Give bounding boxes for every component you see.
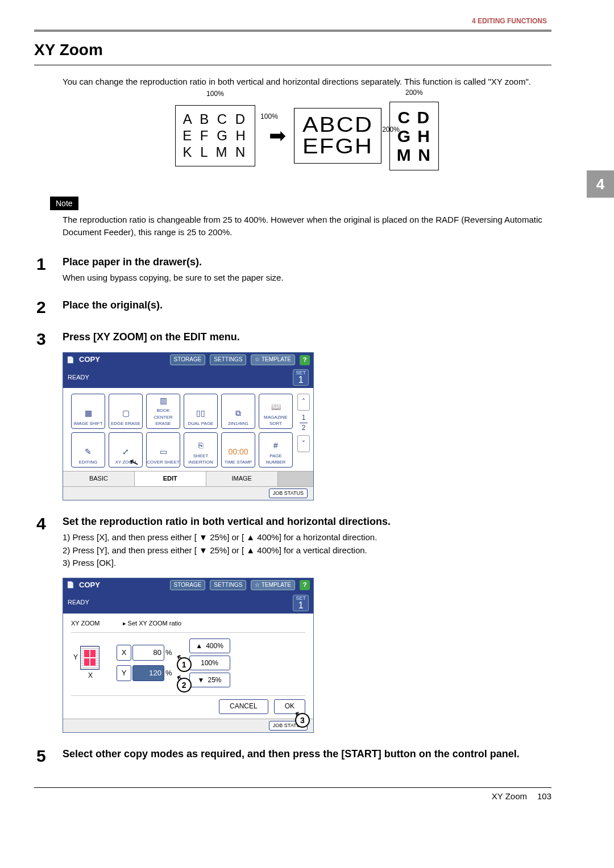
step-4-number: 4 <box>36 514 63 733</box>
status-ready: READY <box>68 598 89 607</box>
magazine-sort-icon: 📖 <box>269 400 283 413</box>
arrow-icon: ➡ <box>269 121 286 151</box>
pct-100-top: 100% <box>206 89 224 99</box>
sheet-insertion-icon: ⎘ <box>194 439 208 452</box>
edit-editing[interactable]: ✎EDITING <box>71 432 105 468</box>
edit-image-shift[interactable]: ▦IMAGE SHIFT <box>71 394 105 429</box>
edit-edge-erase[interactable]: ▢EDGE ERASE <box>109 394 143 429</box>
set-count-badge: SET 1 <box>293 369 309 386</box>
storage-button[interactable]: STORAGE <box>170 580 206 591</box>
note-text: The reproduction ratio is changeable fro… <box>63 214 551 239</box>
page-title: XY Zoom <box>34 41 551 59</box>
page-indicator: 1 2 <box>298 414 309 432</box>
step-4-line-3: 3) Press [OK]. <box>63 557 551 570</box>
footer-section: XY Zoom <box>492 791 527 801</box>
scroll-down-button[interactable]: ˅ <box>297 435 310 452</box>
x-ratio-row: X 80 % ↖ 1 <box>117 645 172 661</box>
copy-mode-label: COPY <box>79 354 100 365</box>
step-3-number: 3 <box>36 329 63 500</box>
pct-200-top: 200% <box>405 88 423 98</box>
time-stamp-icon: 00:00 <box>231 445 245 458</box>
copy-mode-icon: 📄 <box>67 356 74 365</box>
tall-doc-figure: C D G H M N <box>389 102 439 170</box>
chapter-tab: 4 <box>587 170 614 198</box>
tab-empty <box>278 471 313 486</box>
nin1-icon: ⧉ <box>231 407 245 419</box>
job-status-button[interactable]: JOB STATUS <box>269 489 308 498</box>
pct-100-side: 100% <box>260 112 278 122</box>
xy-zoom-ratio-screenshot: 📄 COPY STORAGE SETTINGS ☆ TEMPLATE ? REA… <box>63 578 314 733</box>
x-value-field[interactable]: 80 <box>132 645 164 661</box>
settings-button[interactable]: SETTINGS <box>210 580 246 591</box>
intro-text: You can change the reproduction ratio in… <box>63 76 551 88</box>
editing-icon: ✎ <box>81 445 95 458</box>
callout-2: 2 <box>177 678 192 692</box>
title-rule <box>34 65 551 65</box>
template-button[interactable]: ☆ TEMPLATE <box>251 580 295 591</box>
x-axis-button[interactable]: X <box>117 645 131 661</box>
up-triangle-icon: ▲ <box>196 641 202 651</box>
y-axis-button[interactable]: Y <box>117 665 131 681</box>
help-icon[interactable]: ? <box>300 355 310 365</box>
zoom-400-button[interactable]: ▲400% <box>189 639 230 653</box>
ratio-preview: Y X <box>73 646 99 681</box>
step-4-line-2: 2) Press [Y], and then press either [ ▼ … <box>63 544 551 557</box>
preview-rect-icon <box>80 646 99 670</box>
dual-page-icon: ▯▯ <box>194 407 208 419</box>
help-icon[interactable]: ? <box>300 580 310 590</box>
y-value-field[interactable]: 120 <box>132 665 164 681</box>
edit-cover-sheet[interactable]: ▭COVER SHEET <box>146 432 180 468</box>
edit-page-number[interactable]: #PAGE NUMBER <box>259 432 293 468</box>
edit-2in1-4in1[interactable]: ⧉2IN1/4IN1 <box>221 394 255 429</box>
tab-basic[interactable]: BASIC <box>63 471 135 486</box>
original-doc-figure: A B C D E F G H K L M N <box>175 105 255 166</box>
ratio-panel-title: XY ZOOM <box>71 619 100 628</box>
edit-xy-zoom[interactable]: ⤢ XY ZOOM ↖ <box>109 432 143 468</box>
status-ready: READY <box>68 373 89 382</box>
y-ratio-row: Y 120 % ↖ 2 <box>117 665 172 681</box>
storage-button[interactable]: STORAGE <box>170 354 206 365</box>
step-5-number: 5 <box>36 746 63 765</box>
tab-edit[interactable]: EDIT <box>135 471 206 486</box>
book-center-erase-icon: ▥ <box>156 395 170 406</box>
edit-sheet-insertion[interactable]: ⎘SHEET INSERTION <box>184 432 218 468</box>
step-3-heading: Press [XY ZOOM] on the EDIT menu. <box>63 329 551 344</box>
copy-mode-label: COPY <box>79 580 100 591</box>
edit-time-stamp[interactable]: 00:00TIME STAMP <box>221 432 255 468</box>
step-1-number: 1 <box>36 254 63 285</box>
step-4-line-1: 1) Press [X], and then press either [ ▼ … <box>63 531 551 544</box>
cancel-button[interactable]: CANCEL <box>219 699 268 713</box>
zoom-100-button[interactable]: 100% <box>189 656 230 670</box>
scroll-up-button[interactable]: ˄ <box>297 394 310 411</box>
edit-dual-page[interactable]: ▯▯DUAL PAGE <box>184 394 218 429</box>
set-count-badge: SET 1 <box>293 595 309 611</box>
cursor-icon: ↖ <box>127 453 142 471</box>
step-4-heading: Set the reproduction ratio in both verti… <box>63 514 551 529</box>
header-rule <box>34 30 551 32</box>
down-triangle-icon: ▼ <box>198 675 205 685</box>
edit-book-center-erase[interactable]: ▥BOOK CENTER ERASE <box>146 394 180 429</box>
wide-doc-figure: ABCD EFGH <box>294 108 381 164</box>
step-1-heading: Place paper in the drawer(s). <box>63 254 551 269</box>
zoom-25-button[interactable]: ▼25% <box>189 673 230 687</box>
step-5-heading: Select other copy modes as required, and… <box>63 746 551 761</box>
step-1-text: When using bypass copying, be sure to se… <box>63 272 551 285</box>
tab-image[interactable]: IMAGE <box>206 471 278 486</box>
callout-1: 1 <box>177 657 192 672</box>
edge-erase-icon: ▢ <box>119 407 132 419</box>
step-2-number: 2 <box>36 298 63 316</box>
note-badge: Note <box>50 197 78 210</box>
chapter-crumb: 4 EDITING FUNCTIONS <box>34 14 551 28</box>
settings-button[interactable]: SETTINGS <box>210 354 246 365</box>
page-number-icon: # <box>269 439 283 452</box>
copy-mode-icon: 📄 <box>67 581 74 590</box>
xy-zoom-illustration: 100% 100% A B C D E F G H K L M N ➡ 200%… <box>63 102 551 170</box>
cover-sheet-icon: ▭ <box>156 445 170 458</box>
footer-page-number: 103 <box>537 791 551 801</box>
edit-magazine-sort[interactable]: 📖MAGAZINE SORT <box>259 394 293 429</box>
ratio-panel-subtitle: ▸ Set XY ZOOM ratio <box>123 619 182 628</box>
step-2-heading: Place the original(s). <box>63 298 551 312</box>
image-shift-icon: ▦ <box>81 407 95 419</box>
template-button[interactable]: ☆ TEMPLATE <box>251 354 295 365</box>
edit-menu-screenshot: 📄 COPY STORAGE SETTINGS ☆ TEMPLATE ? REA… <box>63 352 314 500</box>
